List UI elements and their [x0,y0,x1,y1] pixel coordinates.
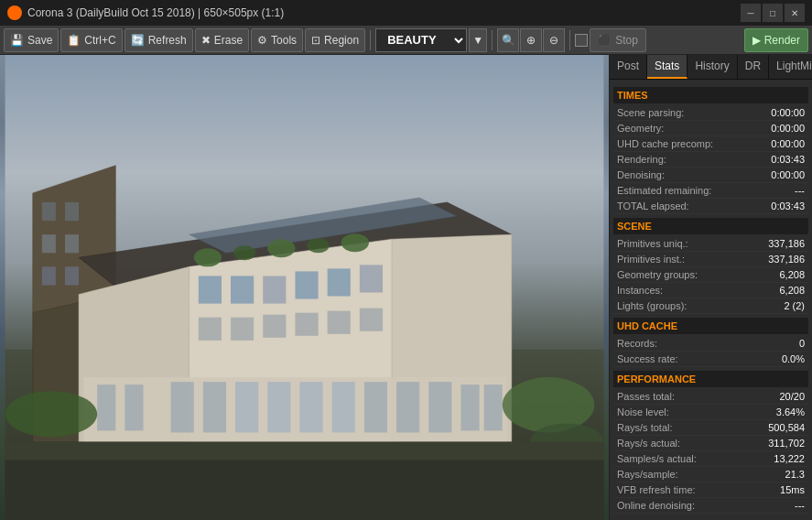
maximize-button[interactable]: □ [763,4,783,22]
render-image [0,55,609,520]
stat-label: Geometry groups: [617,269,698,280]
zoom-fit-button[interactable]: 🔍 [497,28,519,52]
svg-rect-40 [484,385,503,430]
svg-rect-35 [332,382,355,432]
stat-label: Instances: [617,285,663,296]
stat-label: Primitives uniq.: [617,238,688,249]
svg-rect-24 [295,313,318,336]
stat-label: Scene parsing: [617,107,684,118]
stop-label: Stop [615,34,638,47]
svg-point-49 [308,238,330,253]
stat-primitives-uniq: Primitives uniq.: 337,186 [613,236,808,252]
stat-instances: Instances: 6,208 [613,283,808,298]
minimize-button[interactable]: ─ [741,4,761,22]
stat-noise-level: Noise level: 3.64% [613,405,808,420]
svg-rect-37 [396,382,419,432]
stat-label: Success rate: [617,353,678,364]
stat-records: Records: 0 [613,336,808,352]
tab-stats[interactable]: Stats [647,55,687,79]
region-label: Region [324,34,359,47]
region-icon: ⊡ [311,34,320,47]
building-render [0,55,609,520]
erase-button[interactable]: ✖ Erase [195,28,249,52]
svg-rect-32 [235,382,258,432]
svg-point-48 [267,239,295,257]
stat-geometry-groups: Geometry groups: 6,208 [613,267,808,283]
stop-button[interactable]: ⬛ Stop [590,28,646,52]
zoom-out-button[interactable]: ⊖ [543,28,565,52]
svg-point-41 [5,391,98,437]
render-button[interactable]: ▶ Render [744,28,808,52]
svg-rect-20 [360,265,383,292]
stat-value: 0:00:00 [771,138,805,149]
search-icons: 🔍 ⊕ ⊖ [497,28,565,52]
main-content: Post Stats History DR LightMix TIMES Sce… [0,55,812,520]
close-button[interactable]: ✕ [785,4,805,22]
tab-history[interactable]: History [687,55,737,79]
stat-label: Rays/s total: [617,422,673,433]
save-icon: 💾 [10,34,24,47]
stat-geometry: Geometry: 0:00:00 [613,121,808,136]
stat-label: UHD cache precomp: [617,138,713,149]
render-area [0,55,609,520]
stat-label: Rays/s actual: [617,438,680,449]
svg-rect-4 [42,202,56,221]
separator-2 [492,30,493,50]
beauty-select[interactable]: BEAUTY [375,28,467,52]
zoom-in-button[interactable]: ⊕ [520,28,542,52]
svg-rect-17 [263,276,286,303]
svg-rect-18 [295,271,318,298]
stat-denoising: Denoising: 0:00:00 [613,168,808,183]
tools-button[interactable]: ⚙ Tools [251,28,303,52]
refresh-button[interactable]: 🔄 Refresh [125,28,193,52]
tab-post[interactable]: Post [610,55,647,79]
stat-value: 0:00:00 [771,123,805,134]
beauty-dropdown-arrow[interactable]: ▼ [469,28,487,52]
stat-value: 500,584 [768,422,805,433]
stat-estimated-remaining: Estimated remaining: --- [613,183,808,199]
svg-rect-22 [231,318,254,341]
refresh-icon: 🔄 [131,34,145,47]
stat-online-denoising: Online denoising: --- [613,498,808,514]
copy-label: Ctrl+C [84,34,115,47]
erase-icon: ✖ [201,34,211,47]
stat-label: VFB refresh time: [617,484,696,495]
stat-passes-total: Passes total: 20/20 [613,389,808,405]
stat-vfb-refresh: VFB refresh time: 15ms [613,482,808,498]
stat-rays-total: Rays/s total: 500,584 [613,420,808,436]
stat-label: Passes total: [617,391,675,402]
stat-value: 2 (2) [784,300,805,311]
stat-label: Estimated remaining: [617,185,711,196]
svg-point-50 [341,233,369,252]
svg-rect-15 [199,276,222,303]
stat-scene-parsing: Scene parsing: 0:00:00 [613,105,808,121]
stat-primitives-inst: Primitives inst.: 337,186 [613,252,808,267]
stat-value: 3.64% [776,406,805,417]
save-button[interactable]: 💾 Save [4,28,59,52]
stat-label: Samples/s actual: [617,453,697,464]
window-controls: ─ □ ✕ [741,4,805,22]
stat-uhd-precomp: UHD cache precomp: 0:00:00 [613,136,808,152]
stats-panel-content: TIMES Scene parsing: 0:00:00 Geometry: 0… [610,80,812,520]
stat-value: 21.3 [785,469,805,480]
tab-lightmix[interactable]: LightMix [769,55,812,79]
svg-rect-28 [97,385,115,430]
svg-rect-26 [360,309,383,331]
stat-total-elapsed: TOTAL elapsed: 0:03:43 [613,199,808,214]
stat-label: Geometry: [617,123,664,134]
svg-rect-19 [328,268,351,296]
render-label: Render [764,34,800,47]
svg-rect-31 [203,382,226,432]
times-section-header: TIMES [613,87,808,103]
region-button[interactable]: ⊡ Region [305,28,365,52]
svg-point-47 [233,245,255,260]
tab-dr[interactable]: DR [738,55,769,79]
stat-label: Online denoising: [617,500,695,511]
stat-label: Rendering: [617,154,666,165]
copy-button[interactable]: 📋 Ctrl+C [60,28,122,52]
refresh-label: Refresh [148,34,187,47]
stop-checkbox[interactable] [575,34,588,47]
svg-rect-36 [364,382,387,432]
separator-3 [569,30,570,50]
stat-label: Rays/sample: [617,469,678,480]
